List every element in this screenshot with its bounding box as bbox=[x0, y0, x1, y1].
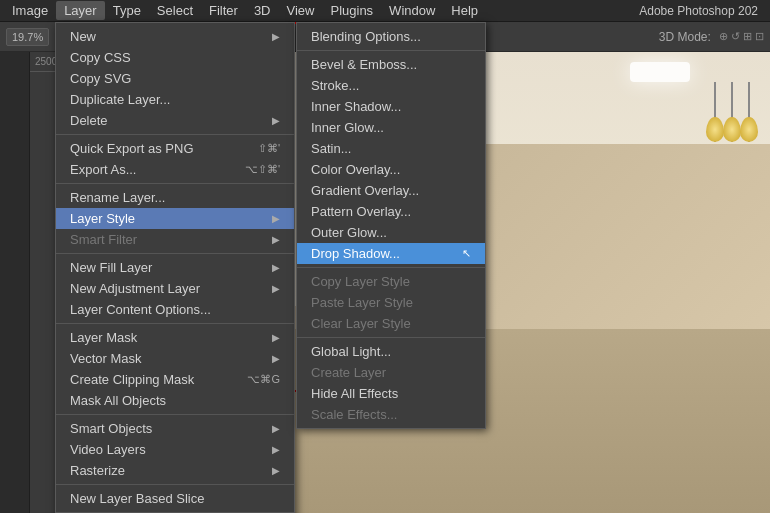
menu-item-paste-layer-style: Paste Layer Style bbox=[297, 292, 485, 313]
cursor-icon: ↖ bbox=[462, 247, 471, 260]
separator-1 bbox=[56, 134, 294, 135]
arrow-icon: ▶ bbox=[272, 444, 280, 455]
menu-3d[interactable]: 3D bbox=[246, 1, 279, 20]
menu-item-duplicate-layer[interactable]: Duplicate Layer... bbox=[56, 89, 294, 110]
menu-item-rename-layer[interactable]: Rename Layer... bbox=[56, 187, 294, 208]
arrow-icon: ▶ bbox=[272, 353, 280, 364]
3d-icons: ⊕ ↺ ⊞ ⊡ bbox=[719, 30, 764, 43]
separator-s3 bbox=[297, 337, 485, 338]
menu-item-clear-layer-style: Clear Layer Style bbox=[297, 313, 485, 334]
menu-item-global-light[interactable]: Global Light... bbox=[297, 341, 485, 362]
arrow-icon: ▶ bbox=[272, 213, 280, 224]
menu-item-smart-objects[interactable]: Smart Objects ▶ bbox=[56, 418, 294, 439]
menu-item-quick-export[interactable]: Quick Export as PNG ⇧⌘' bbox=[56, 138, 294, 159]
separator-s1 bbox=[297, 50, 485, 51]
arrow-icon: ▶ bbox=[272, 332, 280, 343]
menu-item-layer-style[interactable]: Layer Style ▶ bbox=[56, 208, 294, 229]
left-sidebar bbox=[0, 52, 30, 513]
menu-filter[interactable]: Filter bbox=[201, 1, 246, 20]
menu-item-export-as[interactable]: Export As... ⌥⇧⌘' bbox=[56, 159, 294, 180]
pendant-2 bbox=[731, 82, 733, 142]
arrow-icon: ▶ bbox=[272, 283, 280, 294]
menu-view[interactable]: View bbox=[279, 1, 323, 20]
menu-item-copy-svg[interactable]: Copy SVG bbox=[56, 68, 294, 89]
menu-item-hide-all-effects[interactable]: Hide All Effects bbox=[297, 383, 485, 404]
menu-item-blending-options[interactable]: Blending Options... bbox=[297, 26, 485, 47]
arrow-icon: ▶ bbox=[272, 234, 280, 245]
menu-item-new-adjustment-layer[interactable]: New Adjustment Layer ▶ bbox=[56, 278, 294, 299]
pendant-3 bbox=[748, 82, 750, 142]
menu-item-layer-mask[interactable]: Layer Mask ▶ bbox=[56, 327, 294, 348]
separator-3 bbox=[56, 253, 294, 254]
menu-item-create-clipping-mask[interactable]: Create Clipping Mask ⌥⌘G bbox=[56, 369, 294, 390]
menu-item-vector-mask[interactable]: Vector Mask ▶ bbox=[56, 348, 294, 369]
menu-type[interactable]: Type bbox=[105, 1, 149, 20]
menu-item-new[interactable]: New ▶ bbox=[56, 26, 294, 47]
menu-item-gradient-overlay[interactable]: Gradient Overlay... bbox=[297, 180, 485, 201]
menu-item-layer-content-options[interactable]: Layer Content Options... bbox=[56, 299, 294, 320]
arrow-icon: ▶ bbox=[272, 31, 280, 42]
arrow-icon: ▶ bbox=[272, 423, 280, 434]
menu-item-rasterize[interactable]: Rasterize ▶ bbox=[56, 460, 294, 481]
menu-item-copy-layer-style: Copy Layer Style bbox=[297, 271, 485, 292]
layer-style-submenu: Blending Options... Bevel & Emboss... St… bbox=[296, 22, 486, 429]
menu-item-outer-glow[interactable]: Outer Glow... bbox=[297, 222, 485, 243]
menu-layer[interactable]: Layer bbox=[56, 1, 105, 20]
menu-item-bevel-emboss[interactable]: Bevel & Emboss... bbox=[297, 54, 485, 75]
ruler-start: 2500 bbox=[35, 56, 57, 67]
3d-mode-label: 3D Mode: bbox=[659, 30, 711, 44]
arrow-icon: ▶ bbox=[272, 262, 280, 273]
menu-image[interactable]: Image bbox=[4, 1, 56, 20]
menu-item-drop-shadow[interactable]: Drop Shadow... ↖ bbox=[297, 243, 485, 264]
zoom-level[interactable]: 19.7% bbox=[6, 28, 49, 46]
arrow-icon: ▶ bbox=[272, 115, 280, 126]
menu-item-smart-filter: Smart Filter ▶ bbox=[56, 229, 294, 250]
menu-item-inner-glow[interactable]: Inner Glow... bbox=[297, 117, 485, 138]
menu-help[interactable]: Help bbox=[443, 1, 486, 20]
menu-item-new-fill-layer[interactable]: New Fill Layer ▶ bbox=[56, 257, 294, 278]
separator-4 bbox=[56, 323, 294, 324]
menu-item-color-overlay[interactable]: Color Overlay... bbox=[297, 159, 485, 180]
menu-item-satin[interactable]: Satin... bbox=[297, 138, 485, 159]
menu-item-create-layer: Create Layer bbox=[297, 362, 485, 383]
menu-item-pattern-overlay[interactable]: Pattern Overlay... bbox=[297, 201, 485, 222]
arrow-icon: ▶ bbox=[272, 465, 280, 476]
separator-2 bbox=[56, 183, 294, 184]
menu-item-delete[interactable]: Delete ▶ bbox=[56, 110, 294, 131]
menubar: Image Layer Type Select Filter 3D View P… bbox=[0, 0, 770, 22]
menu-item-mask-all-objects[interactable]: Mask All Objects bbox=[56, 390, 294, 411]
menu-item-video-layers[interactable]: Video Layers ▶ bbox=[56, 439, 294, 460]
menu-item-copy-css[interactable]: Copy CSS bbox=[56, 47, 294, 68]
menu-item-stroke[interactable]: Stroke... bbox=[297, 75, 485, 96]
menu-plugins[interactable]: Plugins bbox=[322, 1, 381, 20]
layer-dropdown-menu: New ▶ Copy CSS Copy SVG Duplicate Layer.… bbox=[55, 22, 295, 513]
pendant-lights bbox=[714, 82, 750, 142]
menu-select[interactable]: Select bbox=[149, 1, 201, 20]
menu-item-scale-effects: Scale Effects... bbox=[297, 404, 485, 425]
separator-6 bbox=[56, 484, 294, 485]
separator-s2 bbox=[297, 267, 485, 268]
pendant-1 bbox=[714, 82, 716, 142]
ceiling-light bbox=[630, 62, 690, 82]
app-title: Adobe Photoshop 202 bbox=[639, 4, 766, 18]
menu-item-new-layer-based-slice[interactable]: New Layer Based Slice bbox=[56, 488, 294, 509]
separator-5 bbox=[56, 414, 294, 415]
menu-window[interactable]: Window bbox=[381, 1, 443, 20]
menu-item-inner-shadow[interactable]: Inner Shadow... bbox=[297, 96, 485, 117]
